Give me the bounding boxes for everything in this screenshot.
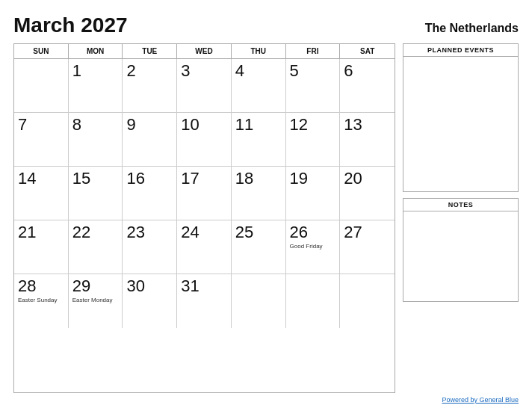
day-number: 11 xyxy=(235,116,282,134)
calendar-cell: 11 xyxy=(232,113,286,167)
calendar: SUNMONTUEWEDTHUFRISAT 123456789101112131… xyxy=(13,43,395,393)
calendar-cell: 20 xyxy=(340,167,395,220)
day-number: 26 xyxy=(290,223,336,241)
calendar-cell: 8 xyxy=(69,113,123,167)
event-label: Easter Monday xyxy=(72,297,119,303)
day-number: 22 xyxy=(72,223,119,241)
calendar-cell: 7 xyxy=(14,113,69,167)
day-number: 10 xyxy=(181,116,227,134)
notes-title: NOTES xyxy=(403,199,518,211)
calendar-cell: 30 xyxy=(123,274,177,328)
calendar-cell: 29Easter Monday xyxy=(69,274,123,328)
day-number: 4 xyxy=(235,62,282,80)
calendar-cell: 31 xyxy=(177,274,232,328)
side-section: PLANNED EVENTS NOTES xyxy=(403,43,519,393)
calendar-day-header: MON xyxy=(69,44,123,58)
calendar-day-header: SUN xyxy=(14,44,69,58)
planned-events-title: PLANNED EVENTS xyxy=(403,44,518,57)
day-number: 31 xyxy=(181,277,227,295)
calendar-cell: 1 xyxy=(69,59,123,113)
day-number: 13 xyxy=(344,116,391,134)
calendar-cell: 9 xyxy=(123,113,177,167)
day-number: 29 xyxy=(72,277,119,295)
footer: Powered by General Blue xyxy=(13,396,519,404)
calendar-cell: 25 xyxy=(232,220,286,274)
calendar-cell: 12 xyxy=(286,113,341,167)
calendar-cell: 17 xyxy=(177,167,232,220)
day-number: 23 xyxy=(126,223,173,241)
calendar-cell: 27 xyxy=(340,220,395,274)
day-number: 18 xyxy=(235,170,282,188)
calendar-cell xyxy=(232,274,286,328)
day-number: 24 xyxy=(181,223,227,241)
day-number: 5 xyxy=(290,62,336,80)
calendar-day-header: FRI xyxy=(286,44,341,58)
day-number: 15 xyxy=(72,170,119,188)
calendar-header-row: SUNMONTUEWEDTHUFRISAT xyxy=(14,44,395,59)
month-year-title: March 2027 xyxy=(13,13,128,37)
calendar-cell xyxy=(14,59,69,113)
day-number: 28 xyxy=(18,277,64,295)
calendar-cell xyxy=(286,274,341,328)
day-number: 7 xyxy=(18,116,64,134)
calendar-cell: 22 xyxy=(69,220,123,274)
calendar-cell: 26Good Friday xyxy=(286,220,341,274)
day-number: 17 xyxy=(181,170,227,188)
notes-box: NOTES xyxy=(403,198,519,302)
calendar-cell: 15 xyxy=(69,167,123,220)
calendar-day-header: SAT xyxy=(340,44,395,58)
calendar-cell: 16 xyxy=(123,167,177,220)
day-number: 19 xyxy=(290,170,336,188)
calendar-day-header: TUE xyxy=(123,44,177,58)
day-number: 9 xyxy=(126,116,173,134)
day-number: 20 xyxy=(344,170,391,188)
page: March 2027 The Netherlands SUNMONTUEWEDT… xyxy=(0,0,532,411)
notes-content xyxy=(403,211,518,301)
day-number: 2 xyxy=(126,62,173,80)
calendar-cell xyxy=(340,274,395,328)
calendar-day-header: WED xyxy=(177,44,232,58)
day-number: 27 xyxy=(344,223,391,241)
day-number: 3 xyxy=(181,62,227,80)
day-number: 6 xyxy=(344,62,391,80)
day-number: 30 xyxy=(126,277,173,295)
calendar-cell: 6 xyxy=(340,59,395,113)
calendar-cell: 5 xyxy=(286,59,341,113)
calendar-cell: 28Easter Sunday xyxy=(14,274,69,328)
calendar-cell: 13 xyxy=(340,113,395,167)
day-number: 16 xyxy=(126,170,173,188)
day-number: 8 xyxy=(72,116,119,134)
calendar-cell: 4 xyxy=(232,59,286,113)
header: March 2027 The Netherlands xyxy=(13,13,519,37)
planned-events-box: PLANNED EVENTS xyxy=(403,43,519,192)
powered-by-link[interactable]: Powered by General Blue xyxy=(442,396,519,404)
calendar-cell: 2 xyxy=(123,59,177,113)
calendar-cell: 10 xyxy=(177,113,232,167)
day-number: 25 xyxy=(235,223,282,241)
day-number: 12 xyxy=(290,116,336,134)
calendar-cell: 3 xyxy=(177,59,232,113)
main-body: SUNMONTUEWEDTHUFRISAT 123456789101112131… xyxy=(13,43,519,393)
event-label: Easter Sunday xyxy=(18,297,64,303)
calendar-grid: 1234567891011121314151617181920212223242… xyxy=(14,59,395,328)
calendar-cell: 18 xyxy=(232,167,286,220)
calendar-cell: 21 xyxy=(14,220,69,274)
calendar-cell: 24 xyxy=(177,220,232,274)
day-number: 14 xyxy=(18,170,64,188)
event-label: Good Friday xyxy=(290,243,336,250)
country-title: The Netherlands xyxy=(425,22,519,35)
planned-events-content xyxy=(403,57,518,191)
calendar-day-header: THU xyxy=(232,44,286,58)
day-number: 1 xyxy=(72,62,119,80)
day-number: 21 xyxy=(18,223,64,241)
calendar-cell: 19 xyxy=(286,167,341,220)
calendar-cell: 14 xyxy=(14,167,69,220)
calendar-cell: 23 xyxy=(123,220,177,274)
